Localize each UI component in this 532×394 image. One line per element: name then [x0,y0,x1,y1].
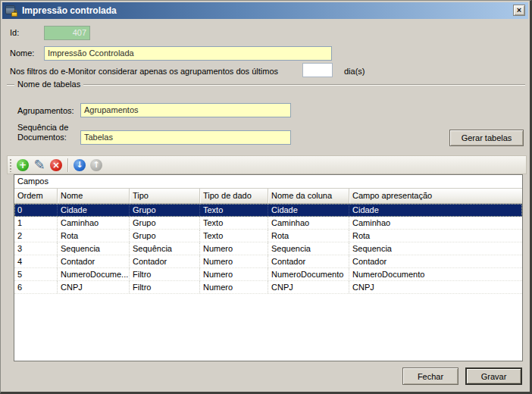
groupbox-line [83,84,525,86]
toolbar-buttons: +✎×↓↑ [14,157,105,174]
cell: Rota [268,230,349,242]
grid-header: OrdemNomeTipoTipo de dadoNome da colunaC… [14,189,522,204]
cell: Caminhao [58,217,130,229]
agrupamentos-label: Agrupamentos: [17,106,74,116]
delete-button[interactable]: × [48,157,64,174]
cell: Texto [200,230,268,242]
gerar-tabelas-label: Gerar tabelas [462,133,512,142]
grid-body: 0CidadeGrupoTextoCidadeCidade1CaminhaoGr… [14,204,522,294]
gerar-tabelas-button[interactable]: Gerar tabelas [449,130,524,146]
cell: Filtro [130,268,200,280]
cell: CNPJ [268,281,349,293]
campos-table: Campos OrdemNomeTipoTipo de dadoNome da … [14,174,523,361]
add-icon: + [17,159,29,171]
cell: Sequência [130,242,200,255]
cell: Cidade [268,204,349,216]
table-row[interactable]: 2RotaGrupoTextoRotaRota [14,230,522,242]
close-button[interactable]: × [513,5,525,16]
cell: Sequencia [58,242,130,255]
window-title: Impressão controlada [22,5,117,16]
cell: Numero [200,268,268,280]
nome-label: Nome: [10,48,34,58]
cell: Filtro [130,281,200,293]
gravar-button[interactable]: Gravar [465,367,522,385]
agrupamentos-field[interactable]: Agrupamentos [80,103,291,117]
cell: Numero [200,242,268,255]
table-row[interactable]: 3SequenciaSequênciaNumeroSequenciaSequen… [14,242,522,255]
id-label: Id: [10,28,19,38]
cell: CNPJ [58,281,130,293]
filter-suffix-label: dia(s) [344,67,365,77]
app-lock-icon [5,5,17,17]
delete-icon: × [50,159,62,171]
cell: 0 [14,204,58,216]
cell: 6 [14,281,58,293]
nome-field[interactable]: Impressão Ccontrolada [44,46,332,61]
cell: Grupo [130,204,200,216]
edit-button[interactable]: ✎ [31,157,48,174]
gravar-label: Gravar [481,372,507,381]
cell: 4 [14,255,58,267]
cell: NumeroDocumento [268,268,349,280]
cell: 1 [14,217,58,229]
cell: Rota [349,230,522,242]
cell: Contador [130,255,200,267]
move-down-button[interactable]: ↓ [71,157,88,174]
move-up-button: ↑ [88,157,105,174]
table-row[interactable]: 6CNPJFiltroNumeroCNPJCNPJ [14,281,522,294]
id-field: 407 [44,26,90,40]
close-icon: × [517,6,521,14]
cell: NumeroDocume... [58,268,130,280]
cell: Cidade [349,204,522,216]
column-header-0[interactable]: Ordem [14,189,58,203]
cell: CNPJ [349,281,522,293]
tables-groupbox-header: Nome de tabelas [7,80,525,89]
cell: Sequencia [268,242,349,255]
fechar-label: Fechar [418,372,443,381]
groupbox-line [7,84,14,86]
cell: NumeroDocumento [349,268,522,280]
column-header-1[interactable]: Nome [58,189,130,203]
column-header-2[interactable]: Tipo [130,189,200,203]
cell: Numero [200,281,268,293]
toolbar-separator [67,158,68,172]
filter-days-input[interactable] [302,63,333,77]
cell: 3 [14,242,58,255]
cell: Contador [58,255,130,267]
fechar-button[interactable]: Fechar [402,367,458,385]
cell: Caminhao [349,217,522,229]
cell: Sequencia [349,242,522,255]
cell: Grupo [130,230,200,242]
edit-icon: ✎ [33,159,45,171]
cell: Numero [200,255,268,267]
column-header-3[interactable]: Tipo de dado [200,189,268,203]
add-button[interactable]: + [14,157,31,174]
cell: Contador [349,255,522,267]
table-row[interactable]: 1CaminhaoGrupoTextoCaminhaoCaminhao [14,217,522,230]
cell: Contador [268,255,349,267]
move-up-icon: ↑ [90,159,102,171]
toolbar: +✎×↓↑ [7,155,527,174]
title-bar[interactable]: Impressão controlada × [2,2,528,19]
cell: Caminhao [268,217,349,229]
cell: 2 [14,230,58,242]
table-row[interactable]: 0CidadeGrupoTextoCidadeCidade [14,204,522,217]
cell: Texto [200,217,268,229]
column-header-4[interactable]: Nome da coluna [268,189,349,203]
move-down-icon: ↓ [74,159,86,171]
sequencia-label: Sequência de Documentos: [17,123,68,142]
filter-text: Nos filtros do e-Monitor considerar apen… [10,67,278,77]
table-group-header: Campos [14,175,522,189]
cell: Rota [58,230,130,242]
sequencia-field[interactable]: Tabelas [80,130,291,145]
cell: Grupo [130,217,200,229]
table-row[interactable]: 4ContadorContadorNumeroContadorContador [14,255,522,268]
tables-group-title: Nome de tabelas [14,80,83,89]
cell: 5 [14,268,58,280]
cell: Texto [200,204,268,216]
toolbar-grip[interactable] [10,159,11,172]
cell: Cidade [58,204,130,216]
table-row[interactable]: 5NumeroDocume...FiltroNumeroNumeroDocume… [14,268,522,281]
column-header-5[interactable]: Campo apresentação [349,189,522,203]
dialog-window: Impressão controlada × Id: 407 Nome: Imp… [0,0,532,394]
